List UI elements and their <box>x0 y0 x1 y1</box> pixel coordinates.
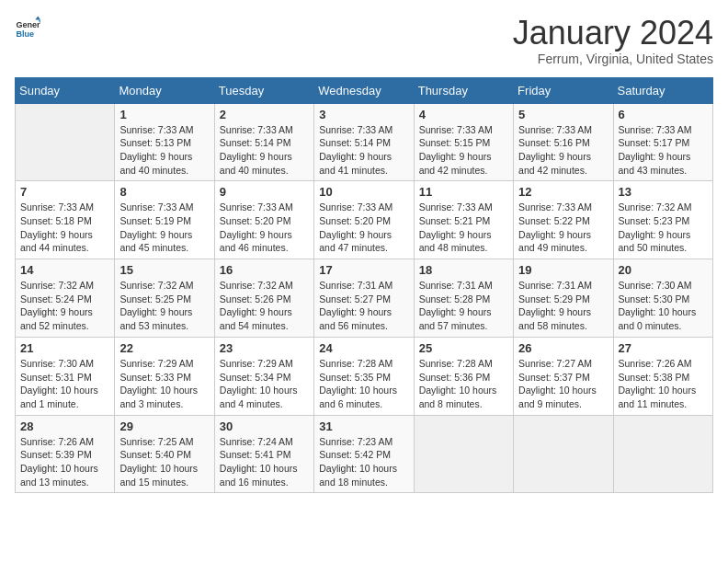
day-info: Sunrise: 7:29 AM Sunset: 5:34 PM Dayligh… <box>220 357 309 411</box>
day-info: Sunrise: 7:25 AM Sunset: 5:40 PM Dayligh… <box>119 435 209 489</box>
day-info: Sunrise: 7:33 AM Sunset: 5:16 PM Dayligh… <box>518 123 608 178</box>
day-info: Sunrise: 7:32 AM Sunset: 5:26 PM Dayligh… <box>220 279 309 333</box>
day-info: Sunrise: 7:31 AM Sunset: 5:27 PM Dayligh… <box>319 279 408 333</box>
calendar-cell: 17Sunrise: 7:31 AM Sunset: 5:27 PM Dayli… <box>314 259 414 338</box>
calendar-cell: 14Sunrise: 7:32 AM Sunset: 5:24 PM Dayli… <box>16 259 115 338</box>
day-of-week-friday: Friday <box>514 77 613 103</box>
logo: General Blue General Blue <box>15 15 40 40</box>
calendar-cell: 16Sunrise: 7:32 AM Sunset: 5:26 PM Dayli… <box>214 259 313 338</box>
day-of-week-wednesday: Wednesday <box>314 77 414 103</box>
day-info: Sunrise: 7:33 AM Sunset: 5:21 PM Dayligh… <box>419 201 508 255</box>
day-info: Sunrise: 7:31 AM Sunset: 5:29 PM Dayligh… <box>518 279 608 333</box>
location-subtitle: Ferrum, Virginia, United States <box>513 52 713 66</box>
day-info: Sunrise: 7:24 AM Sunset: 5:41 PM Dayligh… <box>220 435 309 489</box>
calendar-cell: 9Sunrise: 7:33 AM Sunset: 5:20 PM Daylig… <box>214 181 313 259</box>
calendar-cell: 2Sunrise: 7:33 AM Sunset: 5:14 PM Daylig… <box>214 103 313 181</box>
calendar-cell: 29Sunrise: 7:25 AM Sunset: 5:40 PM Dayli… <box>115 415 214 493</box>
day-info: Sunrise: 7:33 AM Sunset: 5:18 PM Dayligh… <box>20 201 109 255</box>
day-number: 28 <box>20 419 109 433</box>
calendar-cell: 27Sunrise: 7:26 AM Sunset: 5:38 PM Dayli… <box>613 337 712 415</box>
day-number: 7 <box>20 185 109 199</box>
day-number: 13 <box>619 185 708 199</box>
day-info: Sunrise: 7:30 AM Sunset: 5:31 PM Dayligh… <box>20 357 109 411</box>
calendar-header: SundayMondayTuesdayWednesdayThursdayFrid… <box>16 77 713 103</box>
calendar-cell: 18Sunrise: 7:31 AM Sunset: 5:28 PM Dayli… <box>414 259 513 338</box>
calendar-cell: 12Sunrise: 7:33 AM Sunset: 5:22 PM Dayli… <box>514 181 613 259</box>
calendar-cell: 26Sunrise: 7:27 AM Sunset: 5:37 PM Dayli… <box>514 337 613 415</box>
calendar-cell: 21Sunrise: 7:30 AM Sunset: 5:31 PM Dayli… <box>16 337 115 415</box>
day-info: Sunrise: 7:28 AM Sunset: 5:36 PM Dayligh… <box>419 357 508 411</box>
day-number: 21 <box>20 341 109 355</box>
day-number: 6 <box>619 108 708 121</box>
day-info: Sunrise: 7:26 AM Sunset: 5:39 PM Dayligh… <box>20 435 109 489</box>
day-number: 20 <box>619 263 708 277</box>
day-number: 16 <box>220 263 309 277</box>
day-info: Sunrise: 7:33 AM Sunset: 5:14 PM Dayligh… <box>220 123 309 178</box>
day-number: 5 <box>518 108 608 121</box>
day-info: Sunrise: 7:33 AM Sunset: 5:13 PM Dayligh… <box>119 123 209 178</box>
calendar-cell: 20Sunrise: 7:30 AM Sunset: 5:30 PM Dayli… <box>613 259 712 338</box>
day-number: 4 <box>419 108 508 121</box>
calendar-cell: 7Sunrise: 7:33 AM Sunset: 5:18 PM Daylig… <box>16 181 115 259</box>
calendar-cell: 24Sunrise: 7:28 AM Sunset: 5:35 PM Dayli… <box>314 337 414 415</box>
calendar-cell: 5Sunrise: 7:33 AM Sunset: 5:16 PM Daylig… <box>514 103 613 181</box>
day-number: 23 <box>220 341 309 355</box>
calendar-cell: 1Sunrise: 7:33 AM Sunset: 5:13 PM Daylig… <box>115 103 214 181</box>
calendar-cell <box>16 103 115 181</box>
day-of-week-monday: Monday <box>115 77 214 103</box>
calendar-cell <box>514 415 613 493</box>
calendar-week-4: 21Sunrise: 7:30 AM Sunset: 5:31 PM Dayli… <box>16 337 713 415</box>
month-title: January 2024 <box>513 15 713 52</box>
calendar-cell: 4Sunrise: 7:33 AM Sunset: 5:15 PM Daylig… <box>414 103 513 181</box>
day-number: 26 <box>518 341 608 355</box>
calendar-cell: 11Sunrise: 7:33 AM Sunset: 5:21 PM Dayli… <box>414 181 513 259</box>
calendar-cell: 31Sunrise: 7:23 AM Sunset: 5:42 PM Dayli… <box>314 415 414 493</box>
day-info: Sunrise: 7:33 AM Sunset: 5:19 PM Dayligh… <box>119 201 209 255</box>
svg-text:Blue: Blue <box>16 29 34 39</box>
calendar-cell: 10Sunrise: 7:33 AM Sunset: 5:20 PM Dayli… <box>314 181 414 259</box>
page-header: General Blue General Blue January 2024 F… <box>15 15 713 66</box>
day-info: Sunrise: 7:23 AM Sunset: 5:42 PM Dayligh… <box>319 435 408 489</box>
day-number: 3 <box>319 108 408 121</box>
calendar-week-1: 1Sunrise: 7:33 AM Sunset: 5:13 PM Daylig… <box>16 103 713 181</box>
svg-marker-2 <box>35 16 40 19</box>
day-info: Sunrise: 7:33 AM Sunset: 5:20 PM Dayligh… <box>220 201 309 255</box>
day-of-week-saturday: Saturday <box>613 77 712 103</box>
day-info: Sunrise: 7:33 AM Sunset: 5:14 PM Dayligh… <box>319 123 408 178</box>
day-number: 1 <box>119 108 209 121</box>
calendar-cell: 28Sunrise: 7:26 AM Sunset: 5:39 PM Dayli… <box>16 415 115 493</box>
day-info: Sunrise: 7:33 AM Sunset: 5:22 PM Dayligh… <box>518 201 608 255</box>
day-number: 19 <box>518 263 608 277</box>
day-number: 22 <box>119 341 209 355</box>
calendar-week-3: 14Sunrise: 7:32 AM Sunset: 5:24 PM Dayli… <box>16 259 713 338</box>
title-block: January 2024 Ferrum, Virginia, United St… <box>513 15 713 66</box>
calendar-cell: 8Sunrise: 7:33 AM Sunset: 5:19 PM Daylig… <box>115 181 214 259</box>
calendar-cell: 6Sunrise: 7:33 AM Sunset: 5:17 PM Daylig… <box>613 103 712 181</box>
day-info: Sunrise: 7:29 AM Sunset: 5:33 PM Dayligh… <box>119 357 209 411</box>
day-number: 30 <box>220 419 309 433</box>
calendar-cell <box>613 415 712 493</box>
calendar-cell: 19Sunrise: 7:31 AM Sunset: 5:29 PM Dayli… <box>514 259 613 338</box>
day-info: Sunrise: 7:33 AM Sunset: 5:17 PM Dayligh… <box>619 123 708 178</box>
calendar-week-2: 7Sunrise: 7:33 AM Sunset: 5:18 PM Daylig… <box>16 181 713 259</box>
day-number: 9 <box>220 185 309 199</box>
logo-icon: General Blue <box>15 15 40 40</box>
day-of-week-tuesday: Tuesday <box>214 77 313 103</box>
day-number: 18 <box>419 263 508 277</box>
day-number: 29 <box>119 419 209 433</box>
day-number: 12 <box>518 185 608 199</box>
day-info: Sunrise: 7:32 AM Sunset: 5:25 PM Dayligh… <box>119 279 209 333</box>
day-info: Sunrise: 7:27 AM Sunset: 5:37 PM Dayligh… <box>518 357 608 411</box>
day-info: Sunrise: 7:28 AM Sunset: 5:35 PM Dayligh… <box>319 357 408 411</box>
day-number: 17 <box>319 263 408 277</box>
day-number: 2 <box>220 108 309 121</box>
day-number: 24 <box>319 341 408 355</box>
day-info: Sunrise: 7:26 AM Sunset: 5:38 PM Dayligh… <box>619 357 708 411</box>
day-info: Sunrise: 7:33 AM Sunset: 5:15 PM Dayligh… <box>419 123 508 178</box>
day-of-week-thursday: Thursday <box>414 77 513 103</box>
day-number: 8 <box>119 185 209 199</box>
day-info: Sunrise: 7:31 AM Sunset: 5:28 PM Dayligh… <box>419 279 508 333</box>
calendar-cell: 22Sunrise: 7:29 AM Sunset: 5:33 PM Dayli… <box>115 337 214 415</box>
calendar-cell: 13Sunrise: 7:32 AM Sunset: 5:23 PM Dayli… <box>613 181 712 259</box>
calendar-week-5: 28Sunrise: 7:26 AM Sunset: 5:39 PM Dayli… <box>16 415 713 493</box>
